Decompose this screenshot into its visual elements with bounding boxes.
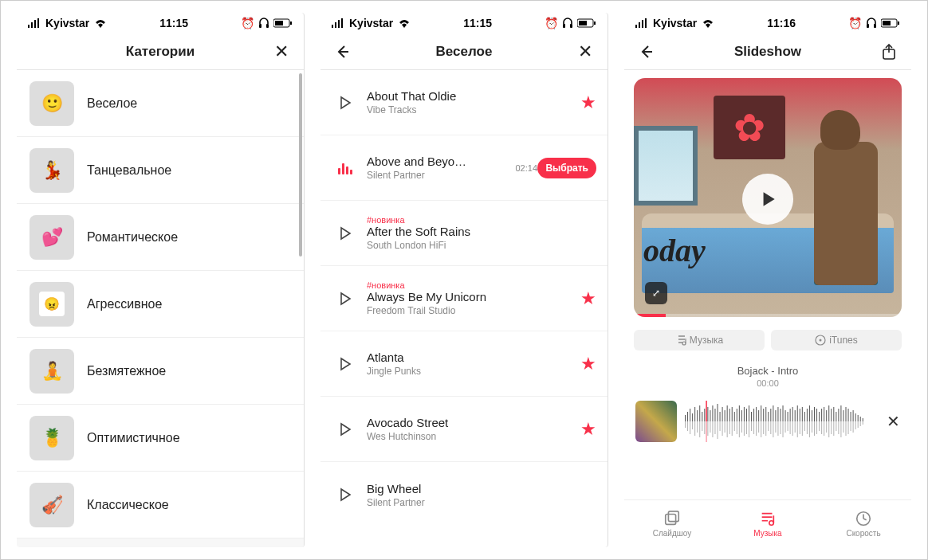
category-thumb: 💕: [29, 215, 74, 260]
play-icon[interactable]: [332, 96, 359, 110]
header: . Категории ✕: [17, 33, 304, 70]
status-bar: Kyivstar 11:15 ⏰: [17, 13, 304, 33]
track-list: About That Oldie Vibe Tracks ★ Above and…: [320, 70, 608, 547]
svg-rect-19: [635, 25, 637, 28]
new-tag: #новинка: [367, 280, 542, 290]
expand-icon[interactable]: ⤢: [645, 282, 667, 304]
category-thumb: 🙂: [29, 81, 74, 126]
tab-music-bottom[interactable]: Музыка: [720, 500, 816, 547]
svg-rect-111: [666, 515, 676, 525]
category-thumb: 🎻: [29, 483, 74, 527]
category-label: Романтическое: [87, 230, 178, 245]
music-source-tabs: Музыка iTunes: [624, 325, 911, 355]
category-label: Веселое: [87, 96, 137, 111]
track-row[interactable]: Atlanta Jingle Punks ★: [320, 331, 608, 397]
svg-rect-5: [266, 24, 269, 28]
category-item-calm[interactable]: 🧘 Безмятежное: [17, 338, 304, 405]
category-thumb: 💃: [29, 148, 74, 193]
category-item-dance[interactable]: 💃 Танцевальное: [17, 137, 304, 204]
carrier-label: Kyivstar: [349, 17, 393, 29]
signal-icon: [332, 18, 344, 28]
close-icon[interactable]: ✕: [270, 43, 293, 61]
svg-rect-0: [28, 25, 29, 28]
svg-rect-4: [259, 24, 261, 28]
alarm-icon: ⏰: [848, 17, 862, 29]
video-preview[interactable]: oday ⤢: [634, 78, 902, 317]
bottom-tabs: Слайдшоу Музыка Скорость: [624, 499, 911, 547]
track-name: After the Soft Rains: [367, 225, 490, 238]
category-item-romantic[interactable]: 💕 Романтическое: [17, 204, 304, 271]
clip-thumb[interactable]: [635, 401, 677, 442]
star-icon[interactable]: ★: [580, 92, 596, 113]
back-icon[interactable]: [635, 44, 658, 60]
share-icon[interactable]: [878, 44, 900, 60]
svg-point-34: [820, 339, 822, 342]
tab-label: Слайдшоу: [653, 529, 692, 538]
new-tag: #новинка: [367, 215, 542, 225]
category-thumb: 🧘: [29, 349, 74, 394]
svg-rect-112: [668, 511, 678, 522]
scrollbar[interactable]: [299, 73, 302, 257]
svg-rect-13: [563, 24, 565, 28]
svg-rect-7: [275, 21, 283, 25]
track-row[interactable]: #новинка After the Soft Rains South Lond…: [320, 201, 608, 266]
track-row[interactable]: #новинка Always Be My Unicorn Freedom Tr…: [320, 266, 608, 331]
play-icon[interactable]: [332, 292, 359, 306]
svg-rect-22: [645, 18, 647, 28]
track-artist: Silent Partner: [367, 170, 512, 181]
waveform-row: ✕: [624, 394, 911, 448]
screen-slideshow: Kyivstar 11:16 ⏰ Slideshow oday: [624, 13, 911, 547]
play-button[interactable]: [742, 174, 793, 225]
category-item-happy[interactable]: 🙂 Веселое: [17, 70, 304, 137]
svg-rect-3: [37, 18, 39, 28]
signal-icon: [635, 18, 648, 28]
now-playing-icon[interactable]: [332, 162, 359, 174]
clock: 11:16: [767, 17, 796, 29]
track-row[interactable]: Big Wheel Silent Partner: [320, 462, 608, 527]
play-icon[interactable]: [332, 488, 359, 502]
headphones-icon: [258, 18, 269, 29]
screen-categories: Kyivstar 11:15 ⏰ . Категории ✕ 🙂 Веселое…: [17, 13, 305, 547]
category-item-classic[interactable]: 🎻 Классическое: [17, 472, 304, 538]
battery-icon: [881, 18, 900, 28]
star-icon[interactable]: ★: [580, 288, 596, 309]
play-icon[interactable]: [332, 422, 359, 437]
svg-rect-110: [685, 421, 879, 442]
page-title: Веселое: [354, 44, 574, 60]
svg-rect-20: [639, 22, 640, 28]
star-icon[interactable]: ★: [580, 354, 596, 374]
track-name: Avocado Street: [367, 416, 490, 429]
headphones-icon: [866, 18, 877, 29]
category-item-aggressive[interactable]: 😠 Агрессивное: [17, 271, 304, 338]
remove-track-icon[interactable]: ✕: [887, 412, 900, 431]
tab-itunes[interactable]: iTunes: [771, 330, 902, 350]
play-icon[interactable]: [332, 226, 359, 241]
category-item-optimistic[interactable]: 🍍 Оптимистичное: [17, 405, 304, 472]
battery-icon: [577, 18, 596, 28]
current-track: Bojack - Intro: [624, 365, 911, 377]
svg-rect-1: [31, 22, 33, 28]
track-row[interactable]: About That Oldie Vibe Tracks ★: [320, 70, 608, 135]
status-bar: Kyivstar 11:16 ⏰: [624, 13, 911, 33]
track-artist: Freedom Trail Studio: [367, 305, 542, 316]
carrier-label: Kyivstar: [45, 17, 89, 29]
close-icon[interactable]: ✕: [574, 43, 596, 61]
star-icon[interactable]: ★: [580, 419, 596, 440]
svg-rect-21: [642, 20, 643, 28]
svg-point-113: [769, 521, 774, 526]
back-icon[interactable]: [332, 44, 354, 60]
carrier-label: Kyivstar: [653, 17, 697, 29]
progress-bar[interactable]: [634, 314, 902, 317]
tab-speed[interactable]: Скорость: [816, 500, 911, 547]
header: Slideshow: [624, 33, 911, 70]
play-icon[interactable]: [332, 357, 359, 371]
alarm-icon: ⏰: [241, 17, 254, 29]
track-row[interactable]: Avocado Street Wes Hutchinson ★: [320, 397, 608, 462]
select-button[interactable]: Выбрать: [537, 158, 596, 178]
tab-slideshow[interactable]: Слайдшоу: [624, 500, 720, 547]
tab-music[interactable]: Музыка: [634, 330, 765, 350]
page-title: Категории: [50, 44, 270, 60]
track-row-playing[interactable]: Above and Beyo… Silent Partner 02:14 Выб…: [320, 135, 608, 201]
track-artist: Wes Hutchinson: [367, 431, 542, 442]
waveform[interactable]: [685, 401, 879, 442]
